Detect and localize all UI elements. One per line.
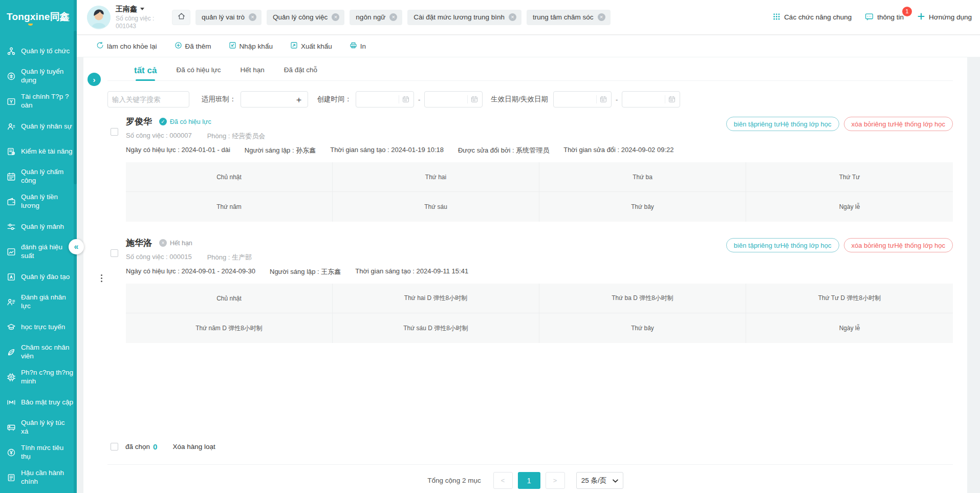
sidebar-item-performance[interactable]: đánh giá hiệu suất bbox=[0, 242, 77, 262]
sidebar-item-org[interactable]: Quản lý tố chức bbox=[0, 41, 77, 61]
record-modified-by: 系统管理员 bbox=[516, 146, 549, 154]
create-date-start-input[interactable] bbox=[356, 91, 414, 108]
tag-care-center[interactable]: trung tâm chăm sóc× bbox=[527, 10, 611, 25]
schedule-cell: Ngày lễ bbox=[746, 192, 953, 222]
close-icon[interactable]: × bbox=[332, 13, 339, 21]
shift-select[interactable]: ＋ bbox=[241, 91, 308, 108]
import-button[interactable]: Nhập khẩu bbox=[229, 41, 273, 51]
calendar-icon[interactable] bbox=[402, 96, 409, 103]
sidebar-item-recruitment[interactable]: Quản lý tuyển dụng bbox=[0, 66, 77, 87]
sidebar-item-online-learning[interactable]: học trực tuyến bbox=[0, 317, 77, 337]
user-menu[interactable]: 王南鑫 Số công việc :001043 bbox=[116, 5, 165, 30]
expand-panel-button[interactable]: › bbox=[88, 73, 101, 86]
prev-page-button[interactable]: < bbox=[493, 472, 513, 489]
select-all-checkbox[interactable] bbox=[111, 443, 118, 451]
schedule-cell: Thứ Tư D 弹性8小时制 bbox=[746, 284, 953, 313]
schedule-cell: Thứ năm D 弹性8小时制 bbox=[126, 313, 333, 343]
edit-button[interactable]: biên tậpriêng tưHệ thống lớp học bbox=[726, 117, 839, 131]
page-number-button[interactable]: 1 bbox=[518, 472, 540, 489]
export-button[interactable]: Xuất khẩu bbox=[290, 41, 332, 51]
sidebar-item-hr[interactable]: Quản lý nhân sự bbox=[0, 116, 77, 137]
export-label: Xuất khẩu bbox=[301, 42, 332, 50]
sidebar-item-finance[interactable]: Tài chính T?p ?oàn bbox=[0, 91, 77, 112]
record-checkbox[interactable] bbox=[111, 128, 118, 136]
schedule-cell: Chủ nhật bbox=[126, 284, 333, 313]
chevron-down-icon bbox=[613, 477, 618, 484]
avatar[interactable] bbox=[87, 6, 111, 29]
sidebar-collapse-button[interactable]: « bbox=[69, 239, 84, 254]
print-label: In bbox=[360, 42, 366, 50]
refresh-button[interactable]: làm cho khỏe lại bbox=[96, 41, 157, 51]
edit-button[interactable]: biên tậpriêng tưHệ thống lớp học bbox=[726, 238, 839, 252]
close-icon[interactable]: × bbox=[598, 13, 605, 21]
sidebar-item-training[interactable]: Quản lý đào tạo bbox=[0, 267, 77, 287]
add-shift-icon[interactable]: ＋ bbox=[295, 95, 303, 104]
sidebar-item-fragment[interactable]: Quản lý mảnh bbox=[0, 217, 77, 237]
record-checkbox[interactable] bbox=[111, 249, 118, 257]
page-size-select[interactable]: 25 条/页 bbox=[576, 472, 623, 489]
more-apps-button[interactable]: Hơnứng dụng bbox=[917, 12, 972, 22]
calendar-icon[interactable] bbox=[600, 96, 607, 103]
calendar-icon[interactable] bbox=[668, 96, 676, 103]
search-input[interactable] bbox=[112, 96, 185, 103]
tab-reserved[interactable]: Đã đặt chỗ bbox=[284, 66, 317, 80]
selected-count: 0 bbox=[153, 442, 157, 451]
next-page-button[interactable]: > bbox=[546, 472, 565, 489]
tag-average-salary[interactable]: Cài đặt mức lương trung bình× bbox=[407, 10, 521, 25]
calendar-icon bbox=[6, 172, 16, 181]
close-icon[interactable]: × bbox=[509, 13, 516, 21]
tag-language[interactable]: ngôn ngữ× bbox=[350, 10, 402, 25]
sidebar-item-smart-hardware[interactable]: Ph?n c?ng th?ng minh bbox=[0, 367, 77, 388]
print-button[interactable]: In bbox=[350, 41, 366, 51]
messages-button[interactable]: thông tin 1 bbox=[865, 12, 904, 23]
sidebar-item-manpower-assessment[interactable]: Đánh giá nhân lực bbox=[0, 292, 77, 312]
action-toolbar: làm cho khỏe lại Đã thêm Nhập khẩu Xuất … bbox=[77, 35, 980, 57]
tab-expired[interactable]: Hết hạn bbox=[241, 66, 265, 80]
effective-date-end-input[interactable] bbox=[622, 91, 680, 108]
tab-all[interactable]: tất cả bbox=[134, 66, 157, 80]
sidebar-item-payroll[interactable]: Quản lý tiền lương bbox=[0, 191, 77, 212]
schedule-cell: Thứ hai D 弹性8小时制 bbox=[333, 284, 539, 313]
sidebar-item-attendance[interactable]: Quản lý chấm công bbox=[0, 166, 77, 187]
add-button[interactable]: Đã thêm bbox=[175, 41, 211, 51]
tag-label: trung tâm chăm sóc bbox=[533, 13, 594, 21]
sidebar-item-admin-logistics[interactable]: Hậu cần hành chính bbox=[0, 467, 77, 488]
active-tab-underline bbox=[136, 79, 155, 81]
user-name: 王南鑫 bbox=[116, 5, 137, 14]
schedule-cell: Thứ bảy bbox=[539, 192, 746, 222]
sidebar-item-consumption[interactable]: Tính mức tiêu thụ bbox=[0, 442, 77, 463]
org-icon bbox=[6, 47, 16, 56]
schedule-table: Chủ nhật Thứ hai Thứ ba Thứ Tư Thứ năm T… bbox=[126, 162, 953, 222]
home-button[interactable] bbox=[172, 10, 190, 25]
tag-role-management[interactable]: quản lý vai trò× bbox=[195, 10, 262, 25]
delete-button[interactable]: xóa bỏriêng tưHệ thống lớp học bbox=[844, 238, 953, 252]
close-icon[interactable]: × bbox=[389, 13, 397, 21]
sidebar-item-employee-care[interactable]: Chăm sóc nhân viên bbox=[0, 342, 77, 362]
common-functions-button[interactable]: Các chức năng chung bbox=[773, 13, 852, 22]
tab-valid[interactable]: Đã có hiệu lực bbox=[176, 66, 221, 80]
effective-date-start-input[interactable] bbox=[553, 91, 612, 108]
access-icon bbox=[6, 398, 16, 407]
finance-card-icon bbox=[6, 97, 16, 106]
sidebar-scrollbar-thumb[interactable] bbox=[74, 31, 77, 184]
header-actions: Các chức năng chung thông tin 1 Hơnứng d… bbox=[773, 12, 972, 23]
tabs: tất cả Đã có hiệu lực Hết hạn Đã đặt chỗ bbox=[107, 57, 953, 81]
record-created-time: 2024-01-19 10:18 bbox=[391, 146, 444, 154]
bulk-delete-button[interactable]: Xóa hàng loạt bbox=[172, 443, 215, 451]
record-department: 生产部 bbox=[232, 253, 252, 261]
sidebar-item-access-security[interactable]: Bảo mật truy cập bbox=[0, 392, 77, 413]
record-creator: 王东鑫 bbox=[321, 268, 341, 275]
drag-handle[interactable] bbox=[99, 272, 104, 284]
sidebar-item-dormitory[interactable]: Quản lý ký túc xá bbox=[0, 417, 77, 438]
breadcrumb-tags: quản lý vai trò× Quản lý công việc× ngôn… bbox=[195, 10, 611, 25]
delete-button[interactable]: xóa bỏriêng tưHệ thống lớp học bbox=[844, 117, 953, 131]
sidebar-item-label: Đánh giá nhân lực bbox=[21, 293, 74, 311]
close-icon[interactable]: × bbox=[249, 13, 256, 21]
tag-job-management[interactable]: Quản lý công việc× bbox=[267, 10, 344, 25]
schedule-cell: Thứ năm bbox=[126, 192, 333, 222]
create-date-end-input[interactable] bbox=[424, 91, 483, 108]
calendar-icon[interactable] bbox=[471, 96, 478, 103]
cross-circle-icon: × bbox=[159, 239, 167, 247]
tag-label: quản lý vai trò bbox=[202, 13, 245, 21]
sidebar-item-talent-inventory[interactable]: Kiểm kê tài năng bbox=[0, 141, 77, 162]
